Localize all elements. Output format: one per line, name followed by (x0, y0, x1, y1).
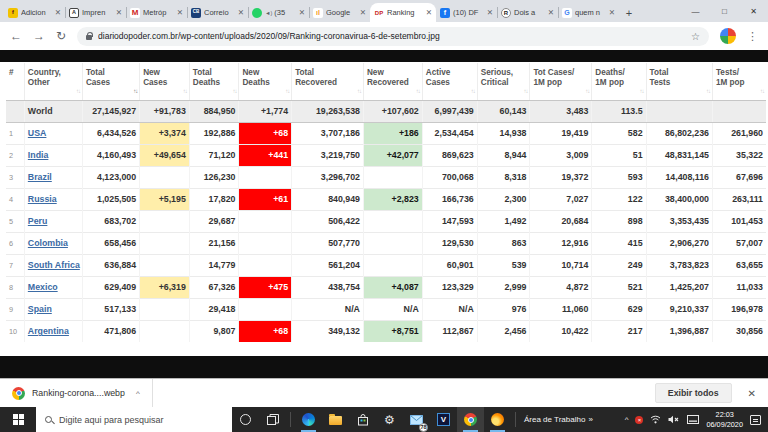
tab-close-icon[interactable]: ✕ (55, 8, 61, 17)
country-link[interactable]: South Africa (28, 260, 80, 270)
v-app-button[interactable]: V (430, 407, 457, 432)
desktop-toolbar[interactable]: Área de Trabalho » (520, 407, 597, 432)
column-header-serious-critical[interactable]: Serious,Critical↑↓ (477, 63, 530, 100)
column-header-new-deaths[interactable]: NewDeaths↑↓ (239, 63, 292, 100)
tray-alert-icon[interactable] (635, 416, 643, 424)
tab-close-icon[interactable]: ✕ (426, 8, 432, 17)
tab-close-icon[interactable]: ✕ (548, 8, 554, 17)
page-content: #Country,Other↑↓TotalCases↑↓NewCases↑↓To… (0, 50, 768, 378)
country-link[interactable]: Spain (28, 304, 52, 314)
column-header-total-recovered[interactable]: TotalRecovered↑↓ (292, 63, 364, 100)
download-item[interactable]: Ranking-corona....webp ^ (12, 379, 153, 407)
browser-tab-3[interactable]: MMetróp✕ (126, 3, 187, 22)
menu-kebab-icon[interactable]: ⋮ (747, 30, 758, 43)
minimize-button[interactable]: — (681, 0, 710, 22)
show-all-downloads-button[interactable]: Exibir todos (655, 383, 732, 403)
column-header-deaths-1m-pop[interactable]: Deaths/1M pop↑↓ (592, 63, 646, 100)
start-button[interactable] (0, 407, 36, 432)
value-cell: +61 (239, 188, 292, 210)
country-link[interactable]: Russia (28, 194, 57, 204)
browser-tab-6[interactable]: ılGoogle✕ (309, 3, 370, 22)
browser-tab-7[interactable]: DPRanking✕ (370, 3, 436, 22)
taskbar-search-input[interactable]: Digite aqui para pesquisar (36, 407, 232, 432)
value-cell: 129,530 (422, 232, 477, 254)
browser-tab-1[interactable]: fAdicion✕ (4, 3, 65, 22)
column-header-total-cases[interactable]: TotalCases↑↓ (82, 63, 139, 100)
taskbar-clock[interactable]: 22:03 06/09/2020 (706, 410, 743, 430)
column-header-total-deaths[interactable]: TotalDeaths↑↓ (189, 63, 239, 100)
column-header-active-cases[interactable]: ActiveCases↑↓ (422, 63, 477, 100)
country-link[interactable]: Colombia (28, 238, 68, 248)
value-cell: +49,654 (140, 144, 190, 166)
maximize-button[interactable]: □ (710, 0, 739, 22)
volume-muted-icon[interactable] (668, 415, 680, 424)
download-caret-icon[interactable]: ^ (136, 389, 140, 398)
mail-button[interactable]: 78 (403, 407, 430, 432)
tab-close-icon[interactable]: ✕ (116, 8, 122, 17)
file-explorer-button[interactable] (322, 407, 349, 432)
browser-tab-4[interactable]: CBCorreio✕ (187, 3, 248, 22)
value-cell (363, 232, 422, 254)
value-cell: N/A (292, 298, 364, 320)
value-cell: +6,319 (140, 276, 190, 298)
value-cell: 19,372 (530, 166, 592, 188)
store-button[interactable] (349, 407, 376, 432)
downloads-bar-close-icon[interactable]: ✕ (748, 388, 756, 399)
forward-icon[interactable]: → (33, 30, 45, 42)
address-bar[interactable]: diariodopoder.com.br/wp-content/uploads/… (77, 27, 709, 46)
wifi-icon[interactable] (650, 415, 661, 424)
browser-tab-8[interactable]: f(10) DF✕ (436, 3, 497, 22)
tab-close-icon[interactable]: ✕ (360, 8, 366, 17)
column-header-new-cases[interactable]: NewCases↑↓ (140, 63, 190, 100)
desktop-expand-icon[interactable]: » (588, 415, 592, 424)
country-link[interactable]: Brazil (28, 172, 52, 182)
new-tab-button[interactable]: + (619, 3, 639, 22)
browser-tab-5[interactable]: ◄)(35✕ (248, 3, 309, 22)
column-header-tot-cases-1m-pop[interactable]: Tot Cases/1M pop↑↓ (530, 63, 592, 100)
value-cell (239, 232, 292, 254)
back-icon[interactable]: ← (10, 30, 22, 42)
rank-cell: 9 (6, 298, 24, 320)
country-link[interactable]: Mexico (28, 282, 58, 292)
settings-button[interactable]: ⚙ (376, 407, 403, 432)
action-center-icon[interactable] (750, 415, 761, 425)
tab-close-icon[interactable]: ✕ (487, 8, 493, 17)
browser-tab-2[interactable]: AImpren✕ (65, 3, 126, 22)
browser-tab-9[interactable]: RDois a✕ (497, 3, 558, 22)
firefox-taskbar-button[interactable] (484, 407, 511, 432)
reload-icon[interactable]: ↻ (56, 30, 66, 42)
browser-tab-10[interactable]: Gquem n✕ (558, 3, 619, 22)
country-link[interactable]: India (28, 150, 49, 160)
tab-close-icon[interactable]: ✕ (299, 8, 305, 17)
tab-close-icon[interactable]: ✕ (238, 8, 244, 17)
value-cell: 48,831,145 (646, 144, 712, 166)
tray-chevron-icon[interactable]: ^ (625, 415, 629, 424)
country-link[interactable]: Argentina (28, 326, 69, 336)
value-cell: 2,534,454 (422, 122, 477, 144)
touch-keyboard-icon[interactable] (687, 415, 699, 424)
edge-taskbar-button[interactable] (295, 407, 322, 432)
country-cell: Colombia (24, 232, 82, 254)
value-cell: 7,027 (530, 188, 592, 210)
column-header-tests-1m-pop[interactable]: Tests/1M pop↑↓ (712, 63, 766, 100)
column-header-new-recovered[interactable]: NewRecovered↑↓ (363, 63, 422, 100)
bookmark-star-icon[interactable]: ☆ (691, 31, 700, 42)
url-text[interactable]: diariodopoder.com.br/wp-content/uploads/… (98, 31, 685, 41)
value-cell: 2,300 (477, 188, 530, 210)
rank-cell: 10 (6, 320, 24, 342)
chrome-taskbar-button[interactable] (457, 407, 484, 432)
value-cell: 60,901 (422, 254, 477, 276)
task-view-button[interactable] (259, 407, 286, 432)
tab-close-icon[interactable]: ✕ (177, 8, 183, 17)
value-cell: +3,374 (140, 122, 190, 144)
cortana-button[interactable] (232, 407, 259, 432)
download-filename[interactable]: Ranking-corona....webp (32, 388, 125, 398)
column-header-total-tests[interactable]: TotalTests↑↓ (646, 63, 712, 100)
tab-audio-icon[interactable]: ◄) (265, 10, 272, 16)
profile-avatar[interactable] (720, 28, 736, 44)
column-header-country-other[interactable]: Country,Other↑↓ (24, 63, 82, 100)
tab-close-icon[interactable]: ✕ (609, 8, 615, 17)
close-window-button[interactable]: ✕ (739, 0, 768, 22)
country-link[interactable]: Peru (28, 216, 48, 226)
country-link[interactable]: USA (28, 128, 47, 138)
